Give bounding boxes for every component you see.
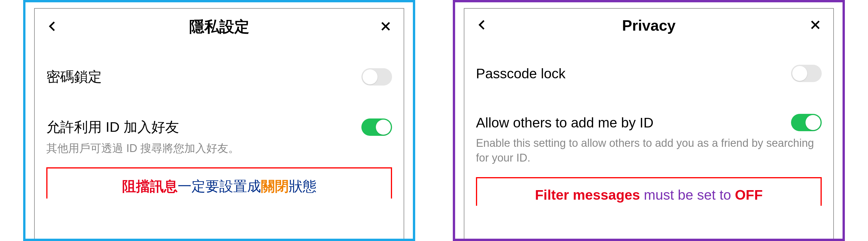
allow-add-by-id-description: 其他用戶可透過 ID 搜尋將您加入好友。 [43,139,395,164]
page-title: 隱私設定 [189,17,249,37]
header: 隱私設定 [43,9,395,47]
panel-chinese: 隱私設定 密碼鎖定 允許利用 ID 加入好友 其他用戶可透過 ID 搜尋將您加入… [23,0,415,241]
annotation-part: OFF [735,187,763,203]
passcode-lock-label: 密碼鎖定 [46,68,102,86]
annotation-part: 狀態 [289,179,316,194]
close-icon[interactable] [809,19,822,32]
setting-allow-add-by-id: 允許利用 ID 加入好友 [43,92,395,139]
passcode-lock-toggle[interactable] [791,65,822,82]
panel-inner: 隱私設定 密碼鎖定 允許利用 ID 加入好友 其他用戶可透過 ID 搜尋將您加入… [34,8,404,239]
passcode-lock-label: Passcode lock [476,66,566,81]
annotation-part: Filter messages [535,187,640,203]
toggle-knob [806,115,820,130]
setting-allow-add-by-id: Allow others to add me by ID [473,88,825,134]
allow-add-by-id-toggle[interactable] [791,114,822,131]
annotation-part: 一定要設置成 [178,179,261,194]
panel-english: Privacy Passcode lock Allow others to ad… [453,0,845,241]
panel-inner: Privacy Passcode lock Allow others to ad… [464,8,834,239]
annotation-part: 關閉 [261,179,289,194]
allow-add-by-id-description: Enable this setting to allow others to a… [473,134,825,174]
allow-add-by-id-label: 允許利用 ID 加入好友 [46,118,179,136]
close-icon[interactable] [379,20,392,34]
setting-passcode-lock: Passcode lock [473,44,825,88]
passcode-lock-toggle[interactable] [361,68,392,85]
annotation-part: must be set to [640,187,735,203]
annotation-filter-messages: Filter messages must be set to OFF [476,177,822,206]
back-icon[interactable] [476,19,489,32]
annotation-part: 阻擋訊息 [122,179,178,194]
back-icon[interactable] [46,20,59,34]
toggle-knob [363,69,378,84]
allow-add-by-id-toggle[interactable] [361,118,392,136]
allow-add-by-id-label: Allow others to add me by ID [476,115,654,131]
toggle-knob [792,66,807,81]
setting-passcode-lock: 密碼鎖定 [43,47,395,92]
page-title: Privacy [622,17,676,34]
header: Privacy [473,9,825,44]
annotation-filter-messages: 阻擋訊息一定要設置成關閉狀態 [46,167,392,199]
toggle-knob [376,119,391,135]
